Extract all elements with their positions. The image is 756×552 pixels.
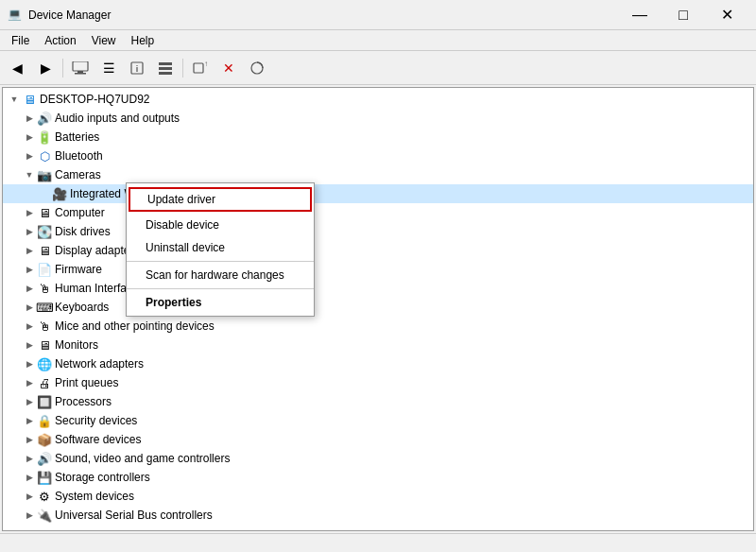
uninstall-button[interactable]: ✕ [215,55,242,81]
tree-item-processors[interactable]: ▶ 🔲 Processors [3,392,753,411]
back-button[interactable]: ◀ [4,55,30,81]
keyboards-label: Keyboards [55,301,109,314]
svg-rect-2 [75,73,86,75]
root-icon: 🖥 [22,92,37,107]
svg-rect-6 [159,67,172,70]
processors-toggle[interactable]: ▶ [22,394,37,409]
tree-item-computer[interactable]: ▶ 🖥 Computer [3,203,753,222]
disk-toggle[interactable]: ▶ [22,224,37,239]
update-driver-button[interactable]: ↑ [187,55,214,81]
monitors-toggle[interactable]: ▶ [22,337,37,353]
help-properties-button[interactable]: i [124,55,150,81]
computer-label: Computer [55,206,105,219]
close-button[interactable]: ✕ [705,0,748,30]
display-toggle[interactable]: ▶ [22,243,37,258]
app-icon: 💻 [8,8,23,23]
disk-label: Disk drives [55,225,111,238]
tree-item-firmware[interactable]: ▶ 📄 Firmware [3,260,753,279]
context-scan-hardware[interactable]: Scan for hardware changes [127,264,314,286]
firmware-toggle[interactable]: ▶ [22,262,37,277]
webcam-icon: 🎥 [52,186,67,201]
svg-text:↑: ↑ [204,60,208,68]
tree-item-hid[interactable]: ▶ 🖱 Human Interface Devices [3,279,753,298]
mice-toggle[interactable]: ▶ [22,319,37,334]
audio-toggle[interactable]: ▶ [22,111,37,126]
tree-item-network[interactable]: ▶ 🌐 Network adapters [3,354,753,373]
computer-toggle[interactable]: ▶ [22,205,37,220]
svg-rect-8 [194,63,203,73]
display-icon: 🖥 [37,243,52,258]
tree-item-disk[interactable]: ▶ 💽 Disk drives [3,222,753,241]
maximize-button[interactable]: □ [662,0,705,30]
disk-icon: 💽 [37,224,52,239]
storage-icon: 💾 [37,470,52,485]
cameras-toggle[interactable]: ▼ [22,167,37,182]
computer-button[interactable] [67,55,94,81]
software-icon: 📦 [37,432,52,447]
minimize-button[interactable]: — [618,0,662,30]
tree-item-bluetooth[interactable]: ▶ ⬡ Bluetooth [3,147,753,165]
sound-toggle[interactable]: ▶ [22,451,37,466]
firmware-label: Firmware [55,263,102,276]
menu-view[interactable]: View [84,32,124,49]
system-toggle[interactable]: ▶ [22,489,37,504]
context-properties[interactable]: Properties [127,291,314,314]
security-toggle[interactable]: ▶ [22,413,37,428]
bluetooth-toggle[interactable]: ▶ [22,148,37,164]
processors-label: Processors [55,395,112,408]
storage-label: Storage controllers [55,471,150,484]
computer-icon [72,61,89,75]
usb-toggle[interactable]: ▶ [22,508,37,523]
svg-rect-5 [159,62,172,65]
security-icon: 🔒 [37,413,52,428]
system-icon: ⚙ [37,489,52,504]
properties-icon: i [129,60,145,76]
tree-item-software[interactable]: ▶ 📦 Software devices [3,430,753,449]
list-button[interactable]: ☰ [95,55,122,81]
tree-item-security[interactable]: ▶ 🔒 Security devices [3,411,753,430]
title-bar-buttons: — □ ✕ [618,0,748,30]
software-toggle[interactable]: ▶ [22,432,37,447]
sound-label: Sound, video and game controllers [55,452,230,465]
svg-rect-0 [73,61,88,71]
tree-item-system[interactable]: ▶ ⚙ System devices [3,487,753,506]
svg-rect-7 [159,72,172,75]
tree-item-webcam[interactable]: 🎥 Integrated Webcam [3,184,753,203]
batteries-toggle[interactable]: ▶ [22,129,37,145]
tree-item-sound[interactable]: ▶ 🔊 Sound, video and game controllers [3,449,753,468]
root-toggle[interactable]: ▼ [7,92,22,107]
forward-button[interactable]: ▶ [32,55,59,81]
tree-item-batteries[interactable]: ▶ 🔋 Batteries [3,128,753,147]
tree-item-mice[interactable]: ▶ 🖱 Mice and other pointing devices [3,317,753,336]
context-menu-separator [127,261,314,262]
context-uninstall-device[interactable]: Uninstall device [127,236,314,259]
context-update-driver[interactable]: Update driver [129,187,312,212]
tree-item-audio[interactable]: ▶ 🔊 Audio inputs and outputs [3,109,753,128]
print-toggle[interactable]: ▶ [22,375,37,390]
tree-item-cameras[interactable]: ▼ 📷 Cameras [3,165,753,184]
tree-item-usb[interactable]: ▶ 🔌 Universal Serial Bus controllers [3,506,753,525]
firmware-icon: 📄 [37,262,52,277]
device-tree[interactable]: ▼ 🖥 DESKTOP-HQ7UD92 ▶ 🔊 Audio inputs and… [3,88,753,530]
keyboards-icon: ⌨ [37,300,52,315]
monitors-icon: 🖥 [37,337,52,353]
hid-toggle[interactable]: ▶ [22,281,37,296]
network-toggle[interactable]: ▶ [22,356,37,371]
tree-item-display[interactable]: ▶ 🖥 Display adapters [3,241,753,260]
context-disable-device[interactable]: Disable device [127,214,314,236]
title-bar: 💻 Device Manager — □ ✕ [0,0,756,30]
scan-button[interactable] [244,55,270,81]
tree-item-keyboards[interactable]: ▶ ⌨ Keyboards [3,298,753,317]
tree-item-storage[interactable]: ▶ 💾 Storage controllers [3,468,753,487]
tree-item-monitors[interactable]: ▶ 🖥 Monitors [3,336,753,354]
monitors-label: Monitors [55,338,98,352]
tree-root[interactable]: ▼ 🖥 DESKTOP-HQ7UD92 [3,90,753,109]
menu-file[interactable]: File [4,32,37,49]
system-label: System devices [55,490,134,503]
menu-help[interactable]: Help [124,32,163,49]
storage-toggle[interactable]: ▶ [22,470,37,485]
sound-icon: 🔊 [37,451,52,466]
menu-action[interactable]: Action [37,32,83,49]
view-button[interactable] [152,55,179,81]
tree-item-print[interactable]: ▶ 🖨 Print queues [3,373,753,392]
